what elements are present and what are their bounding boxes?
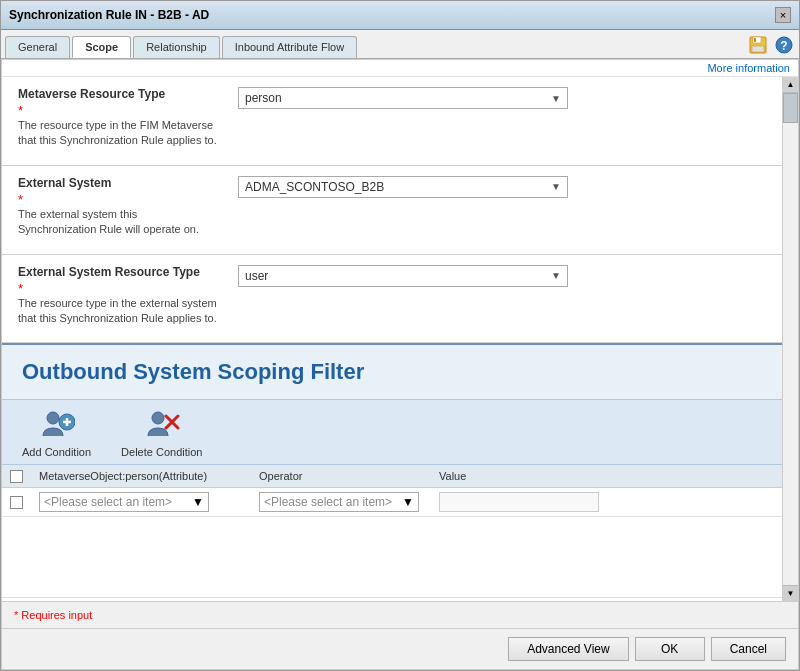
- ok-button[interactable]: OK: [635, 637, 705, 661]
- metaverse-resource-type-required: *: [18, 103, 218, 118]
- filter-table-container: MetaverseObject:person(Attribute) Operat…: [2, 465, 782, 601]
- attribute-dropdown[interactable]: <Please select an item> ▼: [39, 492, 209, 512]
- svg-point-10: [152, 412, 164, 424]
- external-system-resource-type-dropdown[interactable]: user ▼: [238, 265, 568, 287]
- tab-relationship[interactable]: Relationship: [133, 36, 220, 58]
- metaverse-resource-type-value: person: [245, 91, 282, 105]
- external-system-required: *: [18, 192, 218, 207]
- delete-condition-button[interactable]: Delete Condition: [121, 408, 202, 458]
- cancel-button[interactable]: Cancel: [711, 637, 786, 661]
- pagination-bar: 1 items total Page of 1 |◀ ◀ ▶ ▶|: [2, 597, 782, 601]
- metaverse-resource-type-desc: The resource type in the FIM Metaverse t…: [18, 118, 218, 149]
- dropdown-arrow-icon: ▼: [551, 270, 561, 281]
- tabs-container: General Scope Relationship Inbound Attri…: [5, 36, 357, 58]
- tab-icons: ?: [747, 34, 795, 58]
- external-system-label: External System: [18, 176, 218, 190]
- scrollable-content: Metaverse Resource Type * The resource t…: [2, 77, 782, 601]
- operator-dropdown-arrow: ▼: [402, 495, 414, 509]
- external-system-resource-type-label: External System Resource Type: [18, 265, 218, 279]
- scroll-up-button[interactable]: ▲: [783, 77, 798, 93]
- row-checkbox[interactable]: [10, 496, 23, 509]
- scroll-track: [783, 93, 798, 585]
- metaverse-resource-type-label: Metaverse Resource Type: [18, 87, 218, 101]
- bottom-bar: Advanced View OK Cancel: [2, 628, 798, 669]
- operator-cell: <Please select an item> ▼: [251, 487, 431, 516]
- external-system-resource-type-value: user: [245, 269, 268, 283]
- scrollbar[interactable]: ▲ ▼: [782, 77, 798, 601]
- metaverse-resource-type-dropdown[interactable]: person ▼: [238, 87, 568, 109]
- status-bar: * Requires input: [2, 601, 798, 628]
- row-checkbox-cell: [2, 487, 31, 516]
- tab-scope[interactable]: Scope: [72, 36, 131, 58]
- value-column-header: Value: [431, 465, 782, 487]
- svg-rect-3: [754, 38, 756, 42]
- tab-bar: General Scope Relationship Inbound Attri…: [1, 30, 799, 59]
- operator-dropdown-value: <Please select an item>: [264, 495, 392, 509]
- value-cell: [431, 487, 782, 516]
- external-system-desc: The external system this Synchronization…: [18, 207, 218, 238]
- dropdown-arrow-icon: ▼: [551, 93, 561, 104]
- external-system-resource-type-required: *: [18, 281, 218, 296]
- svg-point-6: [47, 412, 59, 424]
- tab-inbound[interactable]: Inbound Attribute Flow: [222, 36, 357, 58]
- dropdown-arrow-icon: ▼: [551, 181, 561, 192]
- close-button[interactable]: ×: [775, 7, 791, 23]
- add-condition-label: Add Condition: [22, 446, 91, 458]
- tab-general[interactable]: General: [5, 36, 70, 58]
- advanced-view-button[interactable]: Advanced View: [508, 637, 629, 661]
- value-input[interactable]: [439, 492, 599, 512]
- svg-text:?: ?: [780, 39, 787, 53]
- add-condition-button[interactable]: Add Condition: [22, 408, 91, 458]
- more-information-link[interactable]: More information: [2, 60, 798, 77]
- external-system-value: ADMA_SCONTOSO_B2B: [245, 180, 384, 194]
- table-row: <Please select an item> ▼ <Please select…: [2, 487, 782, 516]
- main-window: Synchronization Rule IN - B2B - AD × Gen…: [0, 0, 800, 671]
- attribute-dropdown-arrow: ▼: [192, 495, 204, 509]
- attribute-column-header: MetaverseObject:person(Attribute): [31, 465, 251, 487]
- required-note: * Requires input: [14, 609, 92, 621]
- operator-column-header: Operator: [251, 465, 431, 487]
- scoping-filter-header: Outbound System Scoping Filter: [2, 345, 782, 399]
- metaverse-resource-type-section: Metaverse Resource Type * The resource t…: [2, 77, 782, 166]
- delete-condition-icon: [144, 408, 180, 444]
- select-all-column: [2, 465, 31, 487]
- delete-condition-label: Delete Condition: [121, 446, 202, 458]
- scroll-down-button[interactable]: ▼: [783, 585, 798, 601]
- scoping-filter-section: Outbound System Scoping Filter: [2, 343, 782, 601]
- attribute-dropdown-value: <Please select an item>: [44, 495, 172, 509]
- help-icon[interactable]: ?: [773, 34, 795, 56]
- external-system-section: External System * The external system th…: [2, 166, 782, 255]
- attribute-cell: <Please select an item> ▼: [31, 487, 251, 516]
- action-toolbar: Add Condition: [2, 399, 782, 465]
- select-all-checkbox[interactable]: [10, 470, 23, 483]
- svg-rect-2: [752, 46, 764, 52]
- external-system-resource-type-desc: The resource type in the external system…: [18, 296, 218, 327]
- window-title: Synchronization Rule IN - B2B - AD: [9, 8, 209, 22]
- scroll-thumb[interactable]: [783, 93, 798, 123]
- filter-table: MetaverseObject:person(Attribute) Operat…: [2, 465, 782, 517]
- operator-dropdown[interactable]: <Please select an item> ▼: [259, 492, 419, 512]
- add-condition-icon: [39, 408, 75, 444]
- table-empty-area: [2, 517, 782, 597]
- save-icon[interactable]: [747, 34, 769, 56]
- external-system-dropdown[interactable]: ADMA_SCONTOSO_B2B ▼: [238, 176, 568, 198]
- external-system-resource-type-section: External System Resource Type * The reso…: [2, 255, 782, 344]
- scoping-filter-title: Outbound System Scoping Filter: [22, 359, 762, 385]
- title-bar: Synchronization Rule IN - B2B - AD ×: [1, 1, 799, 30]
- content-area: More information Metaverse Resource Type…: [1, 59, 799, 670]
